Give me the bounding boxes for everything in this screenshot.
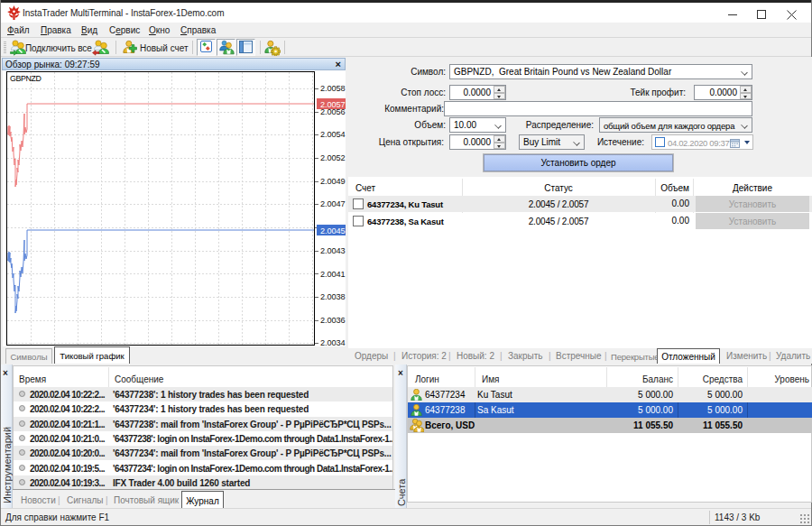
svg-text:2.0054: 2.0054 <box>320 130 346 139</box>
svg-text:2.0036: 2.0036 <box>320 316 346 325</box>
svg-text:2.0057: 2.0057 <box>320 100 346 109</box>
svg-text:2.0034: 2.0034 <box>320 338 346 346</box>
svg-text:2.0052: 2.0052 <box>320 153 346 162</box>
svg-text:2.0043: 2.0043 <box>320 246 346 255</box>
svg-text:2.0041: 2.0041 <box>320 270 346 279</box>
svg-text:2.0038: 2.0038 <box>320 292 346 301</box>
svg-text:2.0058: 2.0058 <box>320 84 346 93</box>
svg-text:2.0045: 2.0045 <box>320 226 346 235</box>
svg-text:GBPNZD: GBPNZD <box>10 74 42 83</box>
svg-text:2.0049: 2.0049 <box>320 177 346 186</box>
svg-text:2.0047: 2.0047 <box>320 199 346 208</box>
